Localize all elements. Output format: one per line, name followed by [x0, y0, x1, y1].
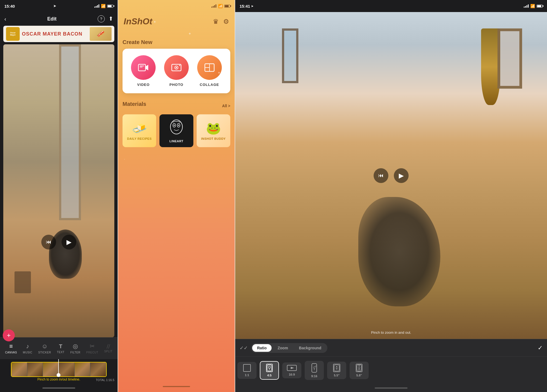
ratio-9-16[interactable]: 9:16: [305, 361, 324, 380]
home-bar: [42, 387, 75, 389]
svg-rect-1: [140, 66, 144, 66]
ratio-5-5[interactable]: 5.5": [327, 362, 346, 379]
rewind-button[interactable]: ⏮: [41, 235, 56, 249]
svg-rect-21: [312, 364, 317, 372]
signal-bar-1: [94, 7, 95, 8]
material-lineart[interactable]: LINEART: [159, 114, 193, 147]
timeline-pointer: [58, 359, 59, 374]
signal-bar-2: [96, 6, 97, 8]
ratio-tabs: Ratio Zoom Background: [251, 343, 327, 353]
collage-circle: [197, 55, 222, 80]
material-daily-recipes[interactable]: 🧈 DAILY RECIPES: [123, 114, 156, 147]
toolbar-sticker[interactable]: ☺ STICKER: [38, 343, 51, 354]
ratio-toolbar: ✓✓ Ratio Zoom Background ✓: [235, 339, 547, 356]
battery-home: [224, 5, 230, 8]
ad-logo: OscarMayer: [6, 27, 20, 41]
music-icon: ♪: [26, 343, 29, 350]
photo-label: PHOTO: [169, 83, 183, 87]
lineart-svg: [168, 119, 185, 138]
edit-header-actions: ? ⬆: [98, 15, 113, 22]
svg-point-14: [178, 125, 179, 126]
signal-bars-ratio: [524, 4, 529, 8]
toolbar-music[interactable]: ♪ MUSIC: [23, 343, 33, 354]
rewind-icon-ratio: ⏮: [378, 172, 384, 179]
timeline-thumb-2: [27, 362, 43, 376]
ratio-box-1-1: [243, 364, 251, 372]
all-materials-link[interactable]: All >: [222, 104, 230, 108]
svg-rect-2: [140, 67, 142, 67]
collage-label: COLLAGE: [200, 83, 219, 87]
toolbar-split[interactable]: ⧸⧸ SPLIT: [104, 344, 112, 353]
toolbar-canvas[interactable]: ≡ CANVAS: [5, 343, 17, 354]
svg-rect-15: [267, 365, 272, 371]
location-arrow-ratio: ➤: [251, 5, 253, 8]
rewind-button-ratio[interactable]: ⏮: [374, 168, 388, 183]
rewind-icon: ⏮: [46, 239, 51, 245]
add-button[interactable]: +: [3, 329, 15, 341]
home-header-icons: ♛ ⚙: [213, 18, 229, 25]
help-button[interactable]: ?: [98, 15, 105, 22]
wifi-ratio: 📶: [530, 4, 535, 8]
add-icon: +: [7, 332, 11, 339]
zoom-hint: Pinch to zoom in and out.: [371, 330, 411, 335]
window: [59, 44, 81, 220]
create-photo-item[interactable]: PHOTO: [164, 55, 189, 87]
dog-shadow-ratio: [358, 197, 440, 306]
tab-background[interactable]: Background: [294, 344, 326, 352]
video-label: VIDEO: [137, 83, 150, 87]
confirm-button[interactable]: ✓: [538, 344, 543, 352]
timeline-thumb-6: [90, 362, 106, 376]
crown-button[interactable]: ♛: [213, 18, 219, 25]
home-bar-home: [163, 386, 190, 387]
wifi-home: 📶: [218, 4, 223, 8]
play-button-ratio[interactable]: ▶: [394, 168, 409, 183]
tab-zoom[interactable]: Zoom: [273, 344, 293, 352]
battery-ratio: [537, 5, 543, 8]
ratio-label-4-5: 4:5: [267, 374, 272, 377]
status-right-ratio: 📶: [524, 4, 543, 8]
sr4: [528, 4, 529, 8]
toolbar-filter[interactable]: ◎ FILTER: [70, 343, 80, 354]
signal-bars-home: [211, 4, 216, 8]
ad-banner[interactable]: OscarMayer OSCAR MAYER BACON 🥓: [3, 26, 114, 42]
svg-point-13: [174, 125, 175, 126]
back-button[interactable]: ‹: [4, 16, 6, 22]
ratio-4-5[interactable]: 4:5: [260, 361, 279, 380]
toolbar-text[interactable]: T TEXT: [57, 343, 65, 354]
wifi-icon-edit: 📶: [101, 4, 106, 8]
star-4: ✦: [188, 31, 191, 36]
status-left-ratio: 15:41 ➤: [240, 4, 253, 8]
ratio-label-9-16: 9:16: [311, 374, 317, 378]
precut-icon: ✂: [90, 343, 95, 350]
material-inshot-buddy[interactable]: 🐸 INSHOT BUDDY: [197, 114, 230, 147]
tab-ratio[interactable]: Ratio: [252, 344, 272, 352]
canvas-icon: ≡: [9, 343, 13, 350]
ratio-1-1[interactable]: 1:1: [237, 362, 257, 379]
battery-fill-ratio: [537, 5, 541, 7]
play-button[interactable]: ▶: [62, 235, 76, 249]
svg-point-6: [179, 65, 180, 66]
filter-icon: ◎: [73, 343, 78, 350]
sh4: [216, 4, 216, 8]
create-video-item[interactable]: VIDEO: [131, 55, 156, 87]
video-bg-edit: [3, 44, 114, 337]
share-button[interactable]: ⬆: [109, 15, 113, 22]
settings-button[interactable]: ⚙: [223, 18, 229, 25]
sh3: [214, 5, 215, 8]
timeline-area[interactable]: Pinch to zoom in/out timeline. TOTAL 1:1…: [0, 359, 118, 384]
signal-bar-3: [97, 5, 98, 8]
location-arrow-edit: ➤: [53, 4, 56, 8]
double-check-icon[interactable]: ✓✓: [240, 345, 248, 351]
home-bar-ratio: [375, 387, 408, 389]
battery-fill-home: [225, 5, 229, 7]
create-collage-item[interactable]: COLLAGE: [197, 55, 222, 87]
toolbar-precut[interactable]: ✂ PRECUT: [86, 343, 98, 354]
status-bar-edit: 15:40 ➤ 📶: [0, 0, 118, 12]
split-label: SPLIT: [104, 350, 112, 353]
plant-shelf: [282, 28, 298, 83]
status-bar-home: 15:40 📶: [118, 0, 235, 12]
buddy-emoji: 🐸: [206, 121, 221, 135]
ratio-16-9[interactable]: 16:9: [282, 362, 301, 378]
svg-rect-29: [358, 369, 360, 369]
ratio-5-8[interactable]: 5.8": [350, 362, 369, 379]
